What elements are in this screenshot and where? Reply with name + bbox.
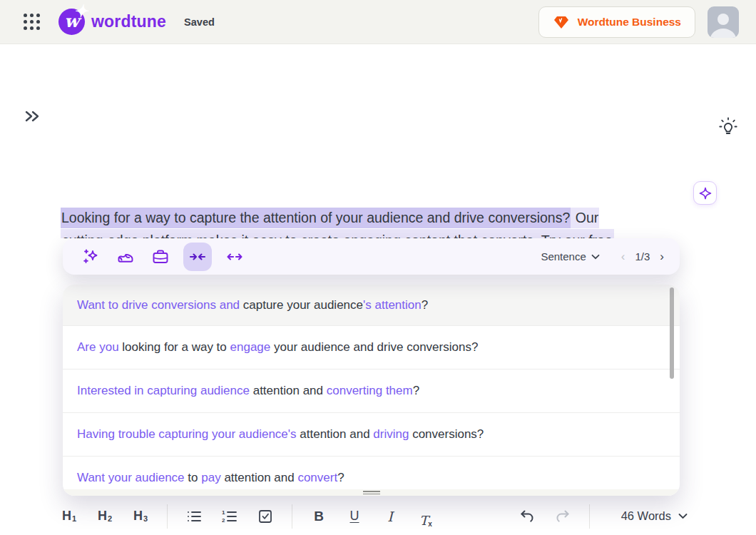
suggestion-changed-text: 's attention — [363, 298, 422, 312]
panel-scrollbar[interactable] — [670, 287, 674, 379]
suggestion-changed-text: converting them — [327, 384, 413, 398]
suggestion-changed-text: Having trouble capturing your audience's — [77, 427, 297, 442]
suggestion-row[interactable]: Are you looking for a way to engage your… — [63, 325, 680, 369]
chevron-down-icon — [591, 254, 600, 260]
mode-dropdown[interactable]: Sentence — [541, 250, 599, 263]
suggestion-text: attention and — [297, 427, 374, 442]
svg-text:2: 2 — [222, 517, 225, 524]
suggestion-changed-text: driving — [373, 427, 409, 442]
suggestion-text: conversions? — [409, 427, 484, 442]
logo-sparkle-icon: ✦ — [73, 1, 88, 21]
suggestion-text: capture your audience — [240, 298, 363, 312]
bold-button[interactable]: B — [310, 505, 328, 528]
suggestion-row[interactable]: Having trouble capturing your audience's… — [63, 412, 680, 456]
italic-button[interactable]: I — [381, 505, 399, 528]
heading1-button[interactable]: H1 — [60, 505, 78, 528]
suggestion-text: looking for a way to — [119, 340, 230, 355]
next-sentence-start: Our — [571, 208, 599, 228]
suggestion-pager: ‹ 1/3 › — [621, 250, 664, 263]
mode-label: Sentence — [541, 250, 586, 263]
suggestion-changed-text: convert — [297, 471, 337, 485]
suggestion-changed-text: Want your audience — [77, 471, 185, 485]
suggestion-text: attention and — [221, 471, 298, 485]
resize-handle[interactable] — [363, 489, 380, 494]
rewrite-toolbar: Sentence ‹ 1/3 › — [63, 238, 680, 275]
heading2-button[interactable]: H2 — [96, 505, 114, 528]
business-button-label: Wordtune Business — [578, 16, 681, 29]
chevron-down-icon — [678, 513, 688, 519]
user-avatar[interactable] — [708, 6, 739, 38]
gem-icon — [553, 14, 570, 31]
rewrite-sparkles-icon[interactable] — [78, 245, 103, 269]
casual-tone-icon[interactable] — [113, 245, 138, 269]
suggestion-row[interactable]: Want to drive conversions and capture yo… — [63, 285, 680, 325]
selected-sentence: Looking for a way to capture the attenti… — [61, 208, 571, 228]
suggestion-list: Want to drive conversions and capture yo… — [63, 285, 680, 489]
saved-status: Saved — [184, 16, 215, 28]
sidebar-expand-icon[interactable] — [24, 108, 41, 124]
suggestion-text: to — [185, 471, 202, 485]
numbered-list-icon[interactable]: 1 2 — [220, 505, 239, 528]
suggestion-changed-text: engage — [230, 340, 271, 355]
suggestion-changed-text: Are you — [77, 340, 119, 355]
wordmark-text: wordtune — [91, 12, 166, 31]
expand-icon[interactable] — [223, 245, 247, 269]
formal-tone-icon[interactable] — [148, 245, 173, 269]
clear-formatting-button[interactable]: Tx — [417, 505, 435, 528]
wordtune-business-button[interactable]: Wordtune Business — [538, 6, 695, 38]
pager-next-icon[interactable]: › — [660, 250, 664, 263]
document-text-line1[interactable]: Looking for a way to capture the attenti… — [61, 208, 674, 228]
person-icon — [708, 11, 739, 38]
wordtune-logo-icon: w ✦ — [58, 9, 85, 35]
formatting-toolbar: H1 H2 H3 1 2 — [0, 497, 756, 535]
ai-assistant-button[interactable] — [693, 181, 717, 205]
pager-count: 1/3 — [635, 250, 650, 263]
suggestion-row[interactable]: Interested in capturing audience attenti… — [63, 369, 680, 412]
suggestion-text: ? — [413, 384, 419, 398]
app-header: w ✦ wordtune Saved Wordtune Business — [0, 0, 756, 44]
word-count-dropdown[interactable]: 46 Words — [621, 509, 688, 523]
suggestion-text: ? — [337, 471, 344, 485]
underline-button[interactable]: U — [345, 505, 364, 528]
word-count-label: 46 Words — [621, 509, 671, 523]
document-text-line2-clipped[interactable]: cutting-edge platform makes it easy to c… — [61, 229, 649, 238]
bullet-list-icon[interactable] — [185, 505, 203, 528]
undo-icon[interactable] — [518, 505, 536, 528]
suggestion-text: attention and — [250, 384, 327, 398]
apps-grid-icon[interactable] — [24, 14, 40, 30]
shorten-icon[interactable] — [183, 243, 212, 271]
suggestion-panel: Want to drive conversions and capture yo… — [63, 285, 680, 496]
editor-canvas: Looking for a way to capture the attenti… — [0, 44, 756, 535]
panel-footer — [63, 489, 680, 496]
heading3-button[interactable]: H3 — [131, 505, 150, 528]
suggestion-text: your audience and drive conversions? — [270, 340, 478, 355]
suggestions-lightbulb-icon[interactable] — [717, 116, 739, 138]
svg-text:1: 1 — [222, 509, 225, 516]
suggestion-changed-text: pay — [201, 471, 220, 485]
wordtune-logo[interactable]: w ✦ wordtune — [58, 9, 166, 35]
suggestion-changed-text: Interested in capturing audience — [77, 384, 250, 398]
suggestion-changed-text: Want to drive conversions and — [77, 298, 240, 312]
suggestion-text: ? — [422, 298, 428, 312]
checklist-icon[interactable] — [256, 505, 275, 528]
redo-icon[interactable] — [553, 505, 572, 528]
pager-prev-icon[interactable]: ‹ — [621, 250, 625, 263]
